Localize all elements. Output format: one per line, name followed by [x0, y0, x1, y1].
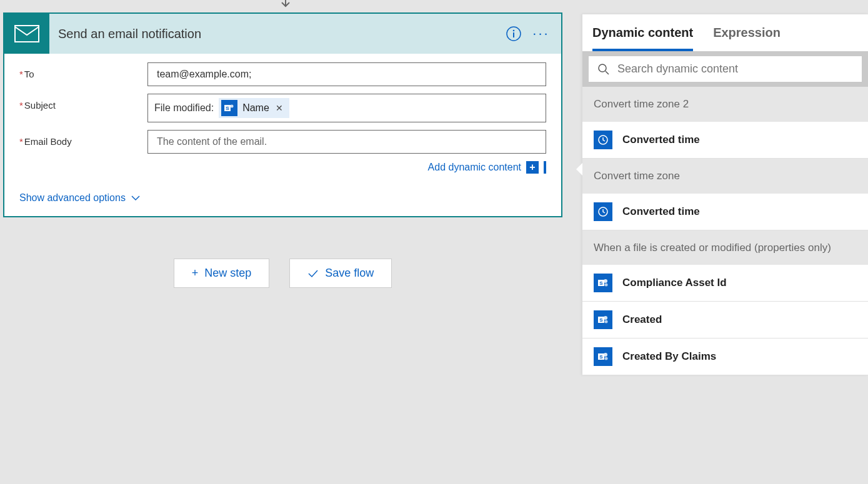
dynamic-item-label: Created By Claims — [622, 350, 716, 363]
sharepoint-icon: S — [594, 310, 612, 329]
dynamic-item[interactable]: SCompliance Asset Id — [582, 265, 868, 302]
plus-icon[interactable]: + — [526, 161, 539, 174]
body-input[interactable] — [147, 130, 546, 154]
svg-point-13 — [604, 279, 607, 283]
search-inner — [589, 56, 862, 82]
subject-prefix-text: File modified: — [154, 102, 214, 114]
save-flow-label: Save flow — [325, 267, 374, 280]
svg-text:S: S — [599, 354, 603, 360]
svg-point-22 — [605, 357, 608, 360]
sharepoint-icon: S — [221, 100, 237, 116]
field-row-subject: *Subject File modified: S Name ✕ — [19, 94, 546, 122]
subject-input[interactable]: File modified: S Name ✕ — [147, 94, 546, 122]
to-input[interactable] — [147, 62, 546, 86]
svg-point-7 — [599, 64, 606, 72]
svg-point-18 — [605, 320, 608, 323]
tab-dynamic-content[interactable]: Dynamic content — [592, 26, 693, 51]
dynamic-item[interactable]: SCreated By Claims — [582, 338, 868, 375]
subject-label: *Subject — [19, 94, 147, 111]
svg-text:S: S — [599, 317, 603, 323]
save-flow-button[interactable]: Save flow — [289, 259, 392, 288]
action-card-send-email: Send an email notification ··· *To *Subj… — [3, 12, 562, 217]
new-step-button[interactable]: + New step — [174, 259, 270, 288]
svg-line-8 — [606, 71, 609, 74]
dynamic-item-label: Created — [622, 314, 662, 326]
clock-icon — [594, 131, 612, 149]
chevron-down-icon — [131, 195, 141, 201]
plus-icon: + — [192, 267, 199, 280]
clock-icon — [594, 202, 612, 221]
svg-rect-0 — [15, 26, 39, 42]
token-remove-icon[interactable]: ✕ — [274, 103, 284, 113]
action-title: Send an email notification — [49, 27, 500, 41]
svg-point-2 — [513, 30, 515, 32]
dynamic-item-label: Converted time — [622, 134, 700, 146]
svg-rect-3 — [513, 32, 514, 37]
dynamic-item-label: Compliance Asset Id — [622, 277, 727, 289]
dynamic-panel-tabs: Dynamic content Expression — [582, 14, 868, 51]
svg-point-6 — [231, 105, 234, 108]
body-label: *Email Body — [19, 130, 147, 147]
more-icon[interactable]: ··· — [527, 20, 555, 47]
dynamic-item[interactable]: Converted time — [582, 122, 868, 159]
dynamic-group-header[interactable]: Convert time zone 2 — [582, 87, 868, 122]
info-icon[interactable] — [500, 20, 527, 47]
add-dynamic-row: Add dynamic content + — [19, 161, 546, 174]
svg-point-17 — [604, 316, 607, 320]
sharepoint-icon: S — [594, 274, 612, 292]
action-card-body: *To *Subject File modified: S Name ✕ — [4, 54, 561, 216]
search-icon — [597, 63, 610, 76]
dynamic-item-label: Converted time — [622, 205, 700, 218]
check-icon — [307, 269, 319, 278]
svg-text:S: S — [226, 106, 229, 111]
panel-beak — [576, 163, 582, 175]
add-dynamic-content-link[interactable]: Add dynamic content — [428, 162, 521, 173]
svg-point-14 — [605, 284, 608, 287]
show-advanced-options-link[interactable]: Show advanced options — [19, 189, 141, 204]
flow-buttons-row: + New step Save flow — [3, 259, 562, 288]
dynamic-content-panel: Dynamic content Expression Convert time … — [582, 14, 868, 375]
advanced-label: Show advanced options — [19, 192, 126, 204]
to-label: *To — [19, 62, 147, 79]
add-badge-indicator — [544, 161, 546, 174]
dynamic-search-bar — [582, 51, 868, 87]
mail-icon — [4, 14, 49, 54]
svg-text:S: S — [599, 280, 603, 286]
tab-expression[interactable]: Expression — [713, 26, 781, 51]
dynamic-search-input[interactable] — [617, 62, 853, 76]
flow-arrow-down — [278, 0, 293, 10]
sharepoint-icon: S — [594, 347, 612, 366]
new-step-label: New step — [204, 267, 251, 280]
action-header[interactable]: Send an email notification ··· — [4, 14, 561, 54]
dynamic-item[interactable]: Converted time — [582, 194, 868, 230]
dynamic-groups-container: Convert time zone 2Converted timeConvert… — [582, 87, 868, 375]
token-label: Name — [242, 102, 269, 114]
field-row-body: *Email Body — [19, 130, 546, 154]
token-name[interactable]: S Name ✕ — [219, 98, 289, 118]
dynamic-group-header[interactable]: Convert time zone — [582, 159, 868, 194]
dynamic-group-header[interactable]: When a file is created or modified (prop… — [582, 230, 868, 265]
field-row-to: *To — [19, 62, 546, 86]
dynamic-item[interactable]: SCreated — [582, 302, 868, 338]
svg-point-21 — [604, 353, 607, 357]
